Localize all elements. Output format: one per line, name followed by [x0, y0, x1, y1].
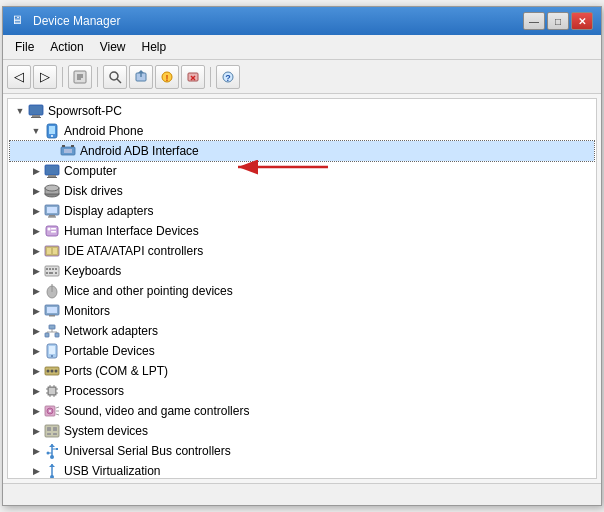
expand-virt[interactable]: ▶	[30, 465, 42, 477]
tree-item-display[interactable]: ▶ Display adapters	[10, 201, 594, 221]
svg-rect-58	[49, 325, 55, 329]
svg-line-85	[56, 407, 59, 408]
scan-button[interactable]	[103, 65, 127, 89]
icon-keyboard	[44, 263, 60, 279]
expand-android-phone[interactable]: ▼	[30, 125, 42, 137]
icon-android-phone	[44, 123, 60, 139]
window-icon: 🖥	[11, 13, 27, 29]
tree-item-sound[interactable]: ▶ Sound, video and game controllers	[10, 401, 594, 421]
tree-item-hid[interactable]: ▶ Human Interface Devices	[10, 221, 594, 241]
expand-sound[interactable]: ▶	[30, 405, 42, 417]
svg-rect-36	[48, 217, 56, 218]
expand-ports[interactable]: ▶	[30, 365, 42, 377]
properties-button[interactable]	[68, 65, 92, 89]
tree-item-processors[interactable]: ▶ Processors	[10, 381, 594, 401]
title-bar: 🖥 Device Manager — □ ✕	[3, 7, 601, 35]
tree-item-network[interactable]: ▶ Network adapters	[10, 321, 594, 341]
update-driver-button[interactable]	[129, 65, 153, 89]
tree-item-usb[interactable]: ▶ Universal Serial Bus controllers	[10, 441, 594, 461]
svg-rect-40	[51, 231, 56, 233]
portable-label: Portable Devices	[64, 342, 155, 360]
expand-processors[interactable]: ▶	[30, 385, 42, 397]
tree-item-keyboards[interactable]: ▶ Keyboards	[10, 261, 594, 281]
tree-item-computer[interactable]: ▶ Computer	[10, 161, 594, 181]
icon-android-adb	[60, 143, 76, 159]
svg-rect-44	[45, 266, 59, 276]
expand-disk[interactable]: ▶	[30, 185, 42, 197]
expand-computer[interactable]: ▶	[30, 165, 42, 177]
svg-rect-26	[45, 165, 59, 175]
expand-android-adb[interactable]	[46, 145, 58, 157]
icon-disk	[44, 183, 60, 199]
tree-item-root[interactable]: ▼ Spowrsoft-PC	[10, 101, 594, 121]
expand-root[interactable]: ▼	[14, 105, 26, 117]
svg-rect-43	[53, 248, 57, 254]
maximize-button[interactable]: □	[547, 12, 569, 30]
expand-hid[interactable]: ▶	[30, 225, 42, 237]
svg-text:!: !	[166, 73, 169, 83]
usb-label: Universal Serial Bus controllers	[64, 442, 231, 460]
android-adb-label: Android ADB Interface	[80, 142, 199, 160]
svg-line-5	[117, 79, 121, 83]
tree-item-android-phone[interactable]: ▼ Android Phone	[10, 121, 594, 141]
expand-monitors[interactable]: ▶	[30, 305, 42, 317]
menu-view[interactable]: View	[92, 37, 134, 57]
svg-point-97	[47, 452, 50, 455]
expand-network[interactable]: ▶	[30, 325, 42, 337]
svg-rect-49	[46, 272, 48, 274]
minimize-button[interactable]: —	[523, 12, 545, 30]
svg-point-98	[50, 455, 54, 459]
icon-mice	[44, 283, 60, 299]
tree-item-virt[interactable]: ▶ USB Virtualization	[10, 461, 594, 479]
processors-label: Processors	[64, 382, 124, 400]
tree-item-ports[interactable]: ▶ Ports (COM & LPT)	[10, 361, 594, 381]
help-button[interactable]: ?	[216, 65, 240, 89]
svg-rect-73	[49, 388, 55, 394]
tree-item-android-adb[interactable]: Android ADB Interface	[10, 141, 594, 161]
close-button[interactable]: ✕	[571, 12, 593, 30]
tree-item-ide[interactable]: ▶ IDE ATA/ATAPI controllers	[10, 241, 594, 261]
svg-rect-45	[46, 268, 48, 270]
expand-keyboards[interactable]: ▶	[30, 265, 42, 277]
toolbar-separator-2	[97, 67, 98, 87]
uninstall-button[interactable]	[181, 65, 205, 89]
display-label: Display adapters	[64, 202, 153, 220]
svg-rect-28	[47, 177, 57, 178]
expand-system[interactable]: ▶	[30, 425, 42, 437]
menu-file[interactable]: File	[7, 37, 42, 57]
expand-mice[interactable]: ▶	[30, 285, 42, 297]
tree-item-disk[interactable]: ▶ Disk drives	[10, 181, 594, 201]
expand-usb[interactable]: ▶	[30, 445, 42, 457]
svg-rect-34	[47, 207, 57, 213]
tree-item-mice[interactable]: ▶ Mice and other pointing devices	[10, 281, 594, 301]
hid-label: Human Interface Devices	[64, 222, 199, 240]
icon-portable	[44, 343, 60, 359]
expand-portable[interactable]: ▶	[30, 345, 42, 357]
menu-bar: File Action View Help	[3, 35, 601, 60]
toolbar-separator-1	[62, 67, 63, 87]
svg-rect-48	[55, 268, 57, 270]
expand-display[interactable]: ▶	[30, 205, 42, 217]
expand-ide[interactable]: ▶	[30, 245, 42, 257]
icon-sound	[44, 403, 60, 419]
status-bar	[3, 483, 601, 505]
svg-rect-51	[55, 272, 57, 274]
svg-point-69	[47, 370, 50, 373]
icon-virt	[44, 463, 60, 479]
tree-item-system[interactable]: ▶ System devices	[10, 421, 594, 441]
sound-label: Sound, video and game controllers	[64, 402, 249, 420]
menu-help[interactable]: Help	[134, 37, 175, 57]
disable-button[interactable]: !	[155, 65, 179, 89]
tree-item-monitors[interactable]: ▶ Monitors	[10, 301, 594, 321]
icon-system	[44, 423, 60, 439]
menu-action[interactable]: Action	[42, 37, 91, 57]
virt-label: USB Virtualization	[64, 462, 161, 479]
svg-point-70	[51, 370, 54, 373]
tree-item-portable[interactable]: ▶ Portable Devices	[10, 341, 594, 361]
forward-button[interactable]: ▷	[33, 65, 57, 89]
svg-point-4	[110, 72, 118, 80]
svg-rect-90	[53, 427, 57, 431]
toolbar: ◁ ▷	[3, 60, 601, 94]
svg-rect-24	[62, 145, 65, 147]
back-button[interactable]: ◁	[7, 65, 31, 89]
